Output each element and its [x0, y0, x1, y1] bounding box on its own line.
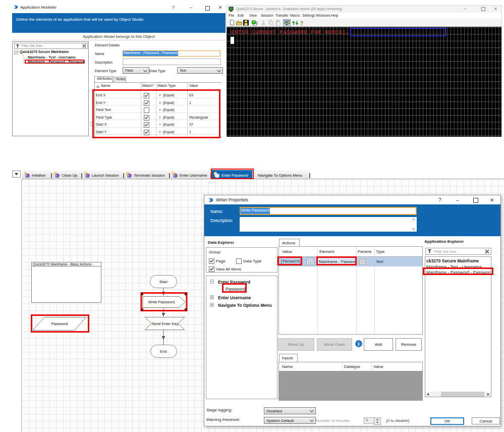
svg-text:Send Enter Key: Send Enter Key — [152, 321, 179, 326]
svg-text:Quick3270 Mainframe - Basic Ac: Quick3270 Mainframe - Basic Actions - — [33, 262, 94, 266]
svg-text:End: End — [160, 349, 166, 354]
svg-text:Password: Password — [51, 321, 68, 326]
svg-text:i: i — [358, 341, 360, 347]
svg-text:?: ? — [300, 20, 303, 27]
svg-text:Write Password: Write Password — [148, 300, 175, 304]
svg-text:Start: Start — [159, 280, 168, 284]
